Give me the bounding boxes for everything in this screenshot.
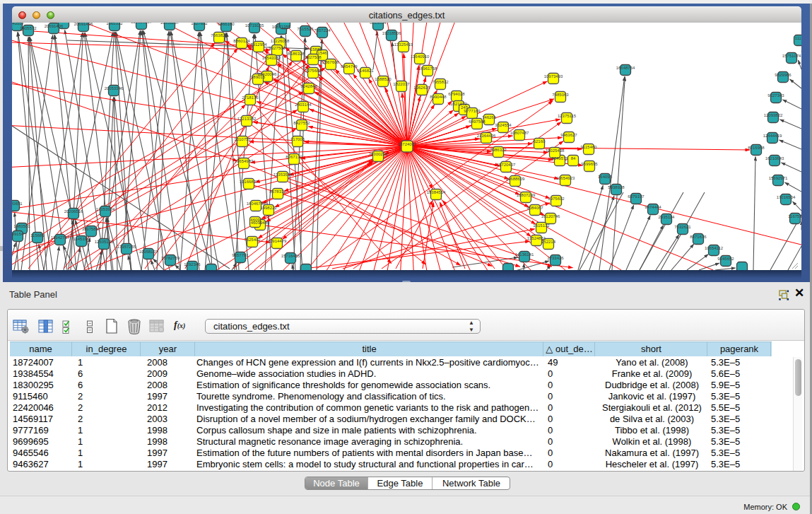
svg-text:6497568: 6497568 bbox=[469, 119, 486, 124]
svg-text:1145194: 1145194 bbox=[73, 237, 90, 241]
svg-text:19166827: 19166827 bbox=[240, 180, 259, 184]
svg-text:12093822: 12093822 bbox=[764, 113, 783, 117]
svg-text:6794028: 6794028 bbox=[448, 92, 465, 96]
svg-text:10688609: 10688609 bbox=[506, 177, 525, 181]
svg-text:10654112: 10654112 bbox=[705, 246, 724, 250]
svg-text:2803144: 2803144 bbox=[295, 103, 312, 107]
svg-text:13353594: 13353594 bbox=[273, 173, 293, 177]
svg-text:13325419: 13325419 bbox=[394, 42, 413, 47]
svg-text:8186328: 8186328 bbox=[288, 52, 305, 56]
svg-text:12505135: 12505135 bbox=[95, 240, 114, 244]
svg-text:17353924: 17353924 bbox=[96, 207, 115, 211]
svg-text:8678332: 8678332 bbox=[269, 189, 286, 194]
svg-text:17016504: 17016504 bbox=[777, 195, 796, 199]
svg-text:21364436: 21364436 bbox=[477, 134, 496, 138]
svg-text:7986322: 7986322 bbox=[490, 148, 507, 152]
svg-text:15716485: 15716485 bbox=[281, 254, 300, 258]
svg-text:12375115: 12375115 bbox=[558, 114, 577, 118]
svg-text:1975692: 1975692 bbox=[548, 197, 565, 201]
svg-text:8860124: 8860124 bbox=[233, 39, 250, 43]
svg-text:18724007: 18724007 bbox=[398, 142, 417, 146]
svg-text:7632621: 7632621 bbox=[674, 225, 691, 229]
svg-text:20053346: 20053346 bbox=[105, 86, 124, 90]
svg-text:10914479: 10914479 bbox=[268, 239, 287, 243]
svg-text:10958107: 10958107 bbox=[139, 250, 158, 254]
svg-text:39975867: 39975867 bbox=[82, 227, 101, 231]
svg-text:7955812: 7955812 bbox=[432, 80, 449, 84]
svg-text:7357224: 7357224 bbox=[314, 28, 331, 33]
svg-text:19384554: 19384554 bbox=[427, 190, 446, 194]
svg-text:5938928: 5938928 bbox=[608, 185, 625, 189]
svg-text:8471676: 8471676 bbox=[690, 235, 707, 239]
svg-text:16210643: 16210643 bbox=[765, 156, 784, 160]
svg-text:9463627: 9463627 bbox=[560, 133, 577, 137]
svg-text:16543362: 16543362 bbox=[262, 56, 281, 60]
svg-text:12213382: 12213382 bbox=[237, 117, 257, 121]
svg-text:15692971: 15692971 bbox=[769, 176, 788, 180]
svg-text:3624554: 3624554 bbox=[495, 123, 512, 127]
svg-text:989015: 989015 bbox=[251, 75, 266, 79]
svg-text:3375685: 3375685 bbox=[305, 69, 322, 73]
svg-text:1822037: 1822037 bbox=[393, 82, 410, 86]
svg-text:1527602: 1527602 bbox=[191, 23, 208, 25]
svg-text:16782759: 16782759 bbox=[161, 256, 180, 260]
svg-text:13640910: 13640910 bbox=[411, 54, 430, 59]
svg-text:20691406: 20691406 bbox=[74, 23, 93, 26]
svg-text:1065332: 1065332 bbox=[106, 23, 123, 25]
svg-text:9327500: 9327500 bbox=[269, 46, 286, 50]
svg-text:1117: 1117 bbox=[795, 36, 801, 40]
svg-text:2718176: 2718176 bbox=[242, 95, 259, 100]
svg-text:10033809: 10033809 bbox=[276, 23, 295, 23]
svg-text:15751074: 15751074 bbox=[782, 54, 801, 58]
svg-text:9245652: 9245652 bbox=[717, 257, 734, 261]
svg-text:1405572: 1405572 bbox=[20, 26, 37, 30]
svg-text:7515526: 7515526 bbox=[297, 27, 314, 31]
svg-text:19654923: 19654923 bbox=[556, 176, 575, 180]
svg-text:164095: 164095 bbox=[598, 175, 613, 179]
svg-text:1292346: 1292346 bbox=[184, 262, 201, 267]
svg-text:6466160: 6466160 bbox=[218, 23, 235, 26]
svg-text:2867608: 2867608 bbox=[322, 60, 339, 64]
svg-text:8312: 8312 bbox=[59, 23, 69, 23]
svg-text:13226058: 13226058 bbox=[271, 39, 290, 43]
svg-text:9242848: 9242848 bbox=[300, 84, 317, 88]
svg-text:9777169: 9777169 bbox=[464, 109, 481, 113]
svg-text:252214: 252214 bbox=[541, 240, 556, 244]
svg-text:9327508: 9327508 bbox=[305, 55, 322, 59]
svg-text:1733426: 1733426 bbox=[547, 256, 564, 260]
svg-text:10025438: 10025438 bbox=[546, 148, 565, 153]
svg-text:1483501: 1483501 bbox=[13, 224, 30, 228]
svg-text:10653267: 10653267 bbox=[160, 23, 180, 25]
svg-text:16648764: 16648764 bbox=[616, 66, 635, 70]
svg-text:20206516: 20206516 bbox=[64, 209, 83, 214]
svg-text:717005: 717005 bbox=[290, 137, 305, 141]
svg-text:9115460: 9115460 bbox=[581, 145, 598, 149]
svg-text:62160: 62160 bbox=[534, 139, 546, 144]
svg-text:1615132: 1615132 bbox=[533, 223, 550, 228]
svg-text:10671355: 10671355 bbox=[272, 25, 291, 29]
svg-text:4609: 4609 bbox=[250, 218, 260, 222]
svg-text:25300293: 25300293 bbox=[369, 152, 388, 156]
svg-text:16120746: 16120746 bbox=[541, 214, 560, 218]
svg-text:10807487: 10807487 bbox=[510, 131, 529, 135]
svg-text:10973493: 10973493 bbox=[544, 74, 563, 78]
svg-text:7485063: 7485063 bbox=[552, 93, 569, 97]
svg-text:14136141: 14136141 bbox=[515, 252, 534, 257]
svg-text:116753: 116753 bbox=[788, 214, 801, 218]
svg-text:6379197: 6379197 bbox=[628, 194, 645, 199]
svg-text:8813054: 8813054 bbox=[370, 23, 387, 25]
svg-text:9657791: 9657791 bbox=[232, 253, 249, 257]
svg-text:8267130: 8267130 bbox=[286, 155, 302, 159]
svg-text:8427552: 8427552 bbox=[293, 121, 310, 125]
svg-text:9829966: 9829966 bbox=[775, 73, 792, 77]
svg-text:17957255: 17957255 bbox=[117, 245, 136, 249]
svg-text:8454749: 8454749 bbox=[341, 64, 358, 69]
svg-text:9084067: 9084067 bbox=[526, 206, 543, 210]
svg-text:9699695: 9699695 bbox=[581, 162, 598, 166]
svg-text:2935114: 2935114 bbox=[659, 215, 676, 219]
svg-text:1362615: 1362615 bbox=[413, 86, 430, 90]
svg-text:19654983: 19654983 bbox=[235, 159, 254, 163]
svg-text:140557: 140557 bbox=[12, 23, 25, 25]
svg-text:9474444: 9474444 bbox=[645, 205, 661, 209]
svg-text:1010755: 1010755 bbox=[234, 137, 251, 141]
